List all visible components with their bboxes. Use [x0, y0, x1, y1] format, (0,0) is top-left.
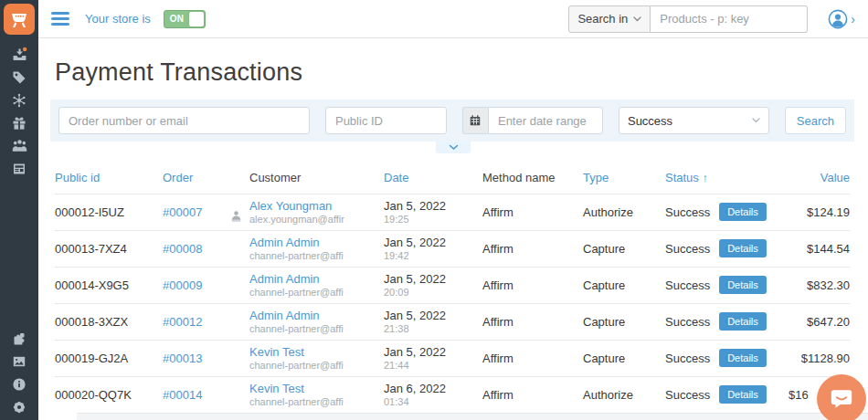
header-value[interactable]: Value	[789, 163, 850, 194]
cell-customer: Admin Admin channel-partner@affi	[249, 267, 384, 303]
header-date[interactable]: Date	[384, 163, 482, 194]
cell-status: Success Details	[665, 303, 789, 340]
order-link[interactable]: #00014	[163, 388, 202, 402]
cell-status: Success Details	[665, 340, 789, 376]
cell-method: Affirm	[482, 267, 583, 303]
date-range-input[interactable]	[488, 107, 603, 134]
addons-icon[interactable]	[7, 331, 31, 346]
cell-date: Jan 5, 2022 21:44	[384, 340, 482, 376]
chevron-right-icon: ›	[851, 13, 855, 26]
customer-link[interactable]: Kevin Test	[249, 382, 304, 395]
store-on-toggle[interactable]: ON	[164, 10, 206, 28]
cell-method: Affirm	[482, 194, 583, 230]
order-link[interactable]: #00009	[163, 278, 202, 292]
products-icon[interactable]	[7, 69, 31, 85]
app-logo[interactable]	[4, 4, 35, 35]
status-text: Success	[665, 242, 710, 256]
cell-method: Affirm	[482, 340, 583, 376]
header-customer: Customer	[249, 163, 384, 194]
details-button[interactable]: Details	[719, 312, 767, 331]
order-link[interactable]: #00012	[163, 315, 202, 329]
customer-email: channel-partner@affi	[249, 323, 384, 334]
user-menu[interactable]: ›	[828, 9, 855, 29]
cart-logo-icon	[8, 8, 30, 30]
cell-value: $647.20	[789, 303, 850, 340]
header-type[interactable]: Type	[583, 163, 665, 194]
transaction-time: 19:42	[384, 250, 482, 261]
customer-link[interactable]: Alex Youngman	[249, 199, 332, 213]
cell-customer: Admin Admin channel-partner@affi	[249, 303, 384, 340]
customer-link[interactable]: Admin Admin	[249, 309, 320, 322]
toggle-knob	[189, 12, 204, 26]
chat-launcher-button[interactable]	[817, 374, 866, 420]
header-public-id[interactable]: Public id	[55, 163, 163, 194]
promotions-icon[interactable]	[7, 92, 31, 108]
status-text: Success	[665, 388, 710, 402]
cell-customer: Kevin Test channel-partner@affi	[249, 340, 384, 376]
filter-collapse-toggle[interactable]	[436, 142, 471, 153]
search-button[interactable]: Search	[785, 107, 846, 134]
global-search-input[interactable]	[651, 5, 808, 33]
design-icon[interactable]	[7, 353, 31, 369]
cell-value: $124.19	[789, 194, 850, 230]
customer-email: channel-partner@affi	[249, 287, 384, 298]
transactions-tbody: 000012-I5UZ #00007 Alex Youngman alex.yo…	[55, 194, 850, 413]
status-text: Success	[665, 352, 710, 365]
cell-order: #00009	[163, 267, 249, 303]
customers-icon[interactable]	[7, 138, 31, 153]
store-status-label: Your store is	[85, 12, 151, 26]
order-link[interactable]: #00008	[163, 242, 202, 256]
customer-link[interactable]: Admin Admin	[249, 236, 320, 249]
cell-type: Capture	[583, 230, 665, 267]
details-button[interactable]: Details	[719, 349, 767, 367]
transaction-time: 01:34	[384, 396, 482, 407]
cell-value: $1128.90	[789, 340, 850, 376]
table-header-row: Public id Order Customer Date Method nam…	[55, 163, 850, 194]
table-row: 000013-7XZ4 #00008 Admin Admin channel-p…	[55, 230, 850, 267]
order-filter-input[interactable]	[58, 107, 310, 134]
cell-public-id: 000018-3XZX	[55, 303, 163, 340]
search-in-dropdown[interactable]: Search in	[568, 5, 651, 33]
cell-customer: Kevin Test channel-partner@affi	[249, 376, 384, 413]
customer-link[interactable]: Kevin Test	[249, 345, 304, 359]
public-id-filter-input[interactable]	[325, 107, 447, 134]
order-link[interactable]: #00007	[163, 205, 202, 219]
status-text: Success	[665, 315, 710, 329]
details-button[interactable]: Details	[719, 276, 767, 294]
main-content: Payment Transactions Success	[38, 38, 868, 420]
details-button[interactable]: Details	[719, 203, 767, 221]
sidebar	[0, 0, 38, 420]
website-icon[interactable]	[7, 161, 31, 176]
menu-icon[interactable]	[51, 12, 69, 26]
cell-customer: Admin Admin channel-partner@affi	[249, 230, 384, 267]
cell-order: #00014	[163, 376, 249, 413]
calendar-icon[interactable]	[462, 107, 488, 134]
global-search: Search in	[568, 5, 808, 33]
header-status-sorted[interactable]: Status ↑	[665, 163, 789, 194]
details-button[interactable]: Details	[719, 239, 767, 257]
cell-public-id: 000014-X9G5	[55, 267, 163, 303]
cell-value: $144.54	[789, 230, 850, 267]
customer-user-icon	[229, 209, 243, 226]
status-filter-select[interactable]: Success	[619, 107, 769, 134]
customer-link[interactable]: Admin Admin	[249, 272, 320, 286]
cell-status: Success Details	[665, 194, 789, 230]
details-button[interactable]: Details	[719, 385, 767, 404]
sidebar-nav-bottom	[7, 331, 31, 415]
table-row: 000020-QQ7K #00014 Kevin Test channel-pa…	[55, 376, 850, 413]
cell-customer: Alex Youngman alex.youngman@affir	[249, 194, 384, 230]
cell-value: $832.30	[789, 267, 850, 303]
administration-icon[interactable]	[7, 376, 31, 392]
chevron-down-icon	[752, 118, 760, 123]
cell-status: Success Details	[665, 267, 789, 303]
status-text: Success	[665, 205, 710, 219]
order-link[interactable]: #00013	[163, 352, 202, 365]
orders-icon[interactable]	[7, 47, 31, 62]
header-method-name: Method name	[482, 163, 583, 194]
cell-type: Authorize	[583, 194, 665, 230]
header-order[interactable]: Order	[163, 163, 249, 194]
gift-certificates-icon[interactable]	[7, 115, 31, 131]
cell-type: Capture	[583, 340, 665, 376]
transaction-time: 20:09	[384, 287, 482, 298]
settings-gear-icon[interactable]	[7, 399, 31, 415]
